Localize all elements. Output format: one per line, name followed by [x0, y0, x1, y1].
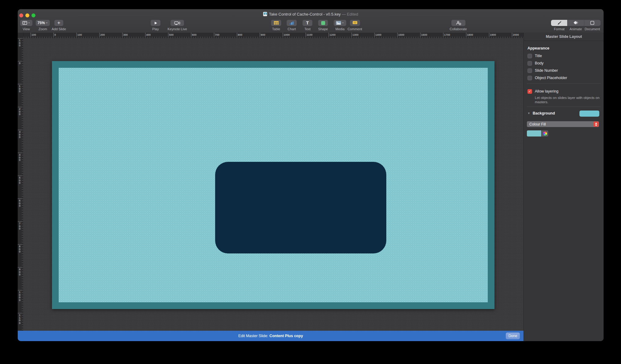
- divider: [527, 107, 601, 107]
- document-tab[interactable]: [584, 20, 601, 26]
- keynote-live-label: Keynote Live: [167, 27, 187, 31]
- v-ruler-label: 9 0 0: [18, 268, 22, 276]
- edited-indicator: — Edited: [342, 12, 358, 16]
- master-slide[interactable]: [52, 61, 494, 309]
- collaborate-button[interactable]: [451, 20, 465, 26]
- background-color-well[interactable]: [579, 111, 599, 117]
- v-ruler-label: 7 0 0: [18, 222, 22, 230]
- collaborate-person-icon: [456, 21, 461, 25]
- screenshot-root: Take Control of Cache-Control - v0.5.key…: [0, 0, 621, 364]
- slide-number-checkbox-label: Slide Number: [535, 68, 558, 73]
- object-placeholder-checkbox[interactable]: [527, 76, 532, 80]
- document-title-text: Take Control of Cache-Control - v0.5.key: [269, 12, 341, 16]
- color-wheel-icon: [543, 132, 547, 136]
- comment-button[interactable]: [350, 20, 360, 26]
- v-ruler-label: 1 0 0 0: [18, 291, 22, 301]
- done-button[interactable]: Done: [506, 333, 520, 339]
- title-checkbox[interactable]: [527, 54, 532, 58]
- play-icon: [154, 21, 157, 25]
- h-ruler-label: 500: [169, 33, 174, 36]
- h-ruler-label: 2000: [513, 33, 519, 36]
- divider: [527, 83, 601, 84]
- h-ruler-label: 1900: [490, 33, 496, 36]
- body-checkbox-label: Body: [535, 61, 544, 65]
- fill-type-select[interactable]: Colour Fill: [527, 121, 599, 127]
- slide-canvas[interactable]: [23, 38, 524, 331]
- keynote-live-icon: [174, 21, 180, 25]
- allow-layering-checkbox[interactable]: ✓: [527, 89, 532, 94]
- toolbar-item-keynote-live: Keynote Live: [164, 20, 191, 31]
- edit-master-status-bar: Edit Master Slide: Content Plus copy Don…: [18, 331, 524, 341]
- v-ruler-label: 1 0 0: [18, 39, 22, 47]
- h-ruler-label: 400: [146, 33, 151, 36]
- inspector-tab-labels: Format Animate Document: [551, 27, 601, 31]
- h-ruler-label: 1000: [284, 33, 290, 36]
- inspector-segmented-control: [551, 20, 601, 26]
- toolbar-item-comment: Comment: [341, 20, 369, 31]
- chart-icon: [289, 21, 294, 25]
- body-checkbox[interactable]: [527, 61, 532, 66]
- select-stepper-icon: [593, 122, 599, 127]
- text-icon: T: [306, 20, 309, 25]
- appearance-row-slide-number: Slide Number: [527, 68, 558, 73]
- horizontal-ruler: 1000100200300400500600700800900100011001…: [23, 33, 524, 38]
- v-ruler-label: 4 0 0: [18, 154, 22, 162]
- allow-layering-label: Allow layering: [535, 89, 558, 93]
- object-placeholder-checkbox-label: Object Placeholder: [535, 76, 567, 80]
- add-slide-button[interactable]: +: [54, 20, 63, 26]
- v-ruler-label: 5 0 0: [18, 177, 22, 184]
- h-ruler-label: 300: [123, 33, 128, 36]
- format-inspector-sidebar: Master Slide Layout Appearance Title Bod…: [524, 33, 604, 341]
- color-picker-button[interactable]: [542, 130, 548, 136]
- master-slide-name: Content Plus copy: [270, 334, 303, 338]
- format-brush-icon: [557, 21, 561, 25]
- h-ruler-label: 1400: [375, 33, 381, 36]
- background-heading: Background: [533, 111, 555, 115]
- v-ruler-label: 3 0 0: [18, 131, 22, 139]
- play-label: Play: [152, 27, 159, 31]
- view-layout-icon: [22, 21, 27, 25]
- comment-icon: [353, 21, 357, 25]
- toolbar-item-collaborate: Collaborate: [445, 20, 472, 31]
- appearance-heading: Appearance: [527, 46, 549, 50]
- inspector-title: Master Slide Layout: [524, 33, 604, 41]
- navy-rounded-rectangle-shape[interactable]: [215, 162, 386, 253]
- v-ruler-label: 8 0 0: [18, 245, 22, 253]
- colour-fill-swatch[interactable]: [527, 130, 541, 136]
- h-ruler-label: 1700: [444, 33, 450, 36]
- h-ruler-label: 600: [192, 33, 197, 36]
- disclosure-triangle-icon[interactable]: ▼: [527, 112, 530, 115]
- window-title: Take Control of Cache-Control - v0.5.key…: [18, 12, 604, 16]
- appearance-row-body: Body: [527, 61, 544, 66]
- document-label: Document: [584, 27, 601, 31]
- add-slide-label: Add Slide: [52, 27, 66, 31]
- media-photo-icon: [336, 21, 341, 25]
- h-ruler-label: 0: [54, 33, 56, 36]
- status-prefix: Edit Master Slide:: [238, 334, 268, 338]
- collaborate-label: Collaborate: [450, 27, 467, 31]
- allow-layering-description: Let objects on slides layer with objects…: [535, 96, 600, 104]
- keynote-document-icon: [263, 12, 267, 16]
- background-section-header[interactable]: ▼ Background: [527, 111, 555, 115]
- h-ruler-label: 100: [77, 33, 82, 36]
- v-ruler-label: 2 0 0: [18, 108, 22, 116]
- v-ruler-label: 1 0 0: [18, 85, 22, 93]
- plus-icon: +: [57, 20, 61, 26]
- animate-tab[interactable]: [567, 20, 584, 26]
- title-checkbox-label: Title: [535, 54, 542, 58]
- h-ruler-label: 1600: [421, 33, 427, 36]
- toolbar-item-add-slide: + Add Slide: [45, 20, 73, 31]
- v-ruler-label: 0: [18, 62, 22, 65]
- h-ruler-label: 900: [261, 33, 265, 36]
- keynote-live-button[interactable]: [171, 20, 184, 26]
- animate-diamond-icon: [573, 21, 578, 25]
- h-ruler-label: 1100: [307, 33, 313, 36]
- document-icon: [590, 21, 594, 25]
- slide-number-checkbox[interactable]: [527, 68, 532, 73]
- shape-icon: [321, 21, 325, 25]
- vertical-ruler: 1 0 001 0 02 0 03 0 04 0 05 0 06 0 07 0 …: [18, 33, 24, 331]
- appearance-row-object-placeholder: Object Placeholder: [527, 75, 567, 80]
- h-ruler-label: 1300: [352, 33, 358, 36]
- format-tab[interactable]: [551, 20, 567, 26]
- play-button[interactable]: [151, 20, 160, 26]
